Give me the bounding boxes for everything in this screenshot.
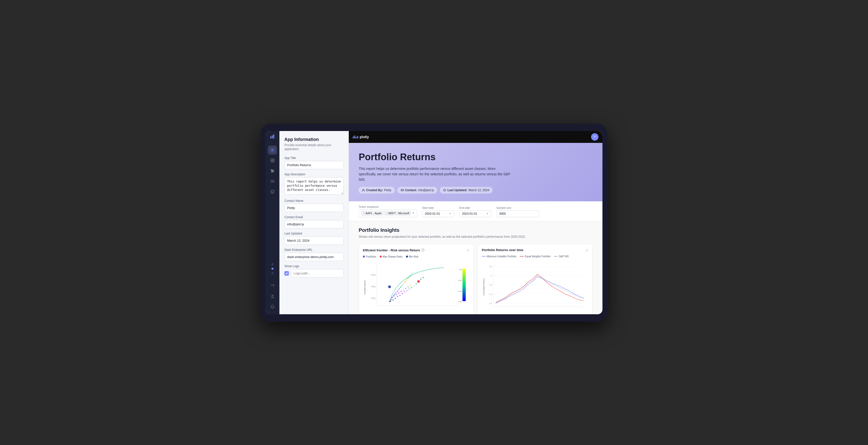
scatter-chart-title: Efficient frontier - Risk versus Return … — [363, 248, 424, 252]
logo-path-input[interactable] — [291, 269, 344, 277]
legend-max-sharpe: Max Sharpe Ratio — [380, 255, 403, 258]
plotly-logo: plotly — [353, 135, 369, 139]
svg-text:1.4: 1.4 — [489, 302, 492, 305]
chart-card-line: Portfolio Returns over time ⤢ Minimum Vo… — [477, 244, 593, 314]
nav-item-settings[interactable] — [268, 146, 277, 155]
svg-point-66 — [407, 278, 408, 279]
scatter-chart-header: Efficient frontier - Risk versus Return … — [363, 248, 469, 252]
last-updated-badge: Last Updated: March 12, 2024 — [440, 187, 492, 193]
tag-x-aapl[interactable]: × — [363, 212, 365, 215]
app-title-input[interactable] — [284, 161, 344, 169]
svg-point-56 — [395, 292, 397, 293]
svg-point-62 — [402, 284, 404, 285]
app-window: App Information Provide essential detail… — [266, 131, 602, 314]
logo-checkbox[interactable] — [284, 271, 289, 276]
svg-point-11 — [271, 169, 272, 170]
dash-url-input[interactable] — [284, 253, 344, 261]
nav-item-bell[interactable] — [268, 303, 277, 311]
sample-size-input[interactable] — [496, 210, 539, 217]
nav-item-sliders[interactable] — [268, 166, 277, 175]
hero-title: Portfolio Returns — [359, 152, 593, 162]
settings-subtitle: Provide essential details about your app… — [284, 143, 344, 152]
contact-name-input[interactable] — [284, 204, 344, 212]
contact-label: Contact: — [405, 188, 417, 192]
svg-rect-2 — [273, 134, 274, 138]
filter-bar: Ticker dropdown × AAPL - Apple × MSFT - … — [349, 201, 602, 221]
svg-point-70 — [412, 273, 413, 275]
app-title-label: App Title — [284, 156, 344, 160]
svg-point-60 — [400, 287, 401, 288]
scatter-legend: Portfolios Max Sharpe Ratio Min Risk — [363, 255, 469, 258]
svg-point-45 — [405, 288, 406, 289]
nav-dot-2 — [272, 268, 274, 270]
contact-email-input[interactable] — [284, 220, 344, 228]
svg-rect-1 — [272, 135, 273, 138]
svg-rect-7 — [273, 161, 274, 162]
sample-size-filter-group: Sample size — [496, 206, 539, 217]
hero-meta: Created By: Plotly Contact: info@plot.ly — [359, 187, 593, 193]
contact-name-field: Contact Name — [284, 199, 344, 212]
svg-point-63 — [404, 282, 405, 283]
start-date-label: Start date — [422, 206, 454, 209]
sample-size-label: Sample size — [496, 206, 539, 209]
nav-item-palette[interactable] — [268, 187, 277, 196]
legend-dot-min-risk — [406, 256, 408, 258]
svg-point-64 — [405, 281, 406, 282]
svg-point-55 — [394, 293, 396, 295]
svg-point-57 — [397, 291, 398, 292]
line-chart-header: Portfolio Returns over time ⤢ — [482, 248, 588, 252]
last-updated-meta-label: Last Updated: — [447, 188, 467, 192]
scatter-svg: 800μ 600μ 400μ Portfolio Return — [363, 260, 469, 314]
ticker-tag-msft: × MSFT - Microsoft — [384, 211, 411, 216]
svg-point-72 — [416, 283, 417, 284]
svg-point-75 — [423, 277, 424, 278]
legend-label-equal-weights: Equal Weights Portfolio — [525, 255, 551, 258]
svg-point-77 — [388, 285, 391, 288]
last-updated-label: Last Updated — [284, 232, 344, 235]
ticker-tag-aapl: × AAPL - Apple — [362, 211, 383, 216]
ticker-dropdown[interactable]: × AAPL - Apple × MSFT - Microsoft ▼ — [359, 209, 417, 217]
nav-item-refresh[interactable] — [268, 282, 277, 290]
svg-rect-4 — [271, 159, 272, 160]
scatter-expand-icon[interactable]: ⤢ — [466, 248, 469, 252]
nav-item-grid[interactable] — [268, 156, 277, 165]
legend-min-risk: Min Risk — [406, 255, 418, 258]
dash-url-label: Dash Enterprise URL — [284, 248, 344, 252]
line-expand-icon[interactable]: ⤢ — [585, 248, 588, 252]
svg-text:2: 2 — [491, 275, 492, 277]
svg-point-42 — [406, 290, 407, 291]
svg-point-19 — [273, 191, 274, 191]
end-date-dropdown[interactable]: 2023-01-01 ▼ — [459, 210, 492, 217]
legend-sp500: S&P 500 — [554, 255, 568, 258]
last-updated-field: Last Updated — [284, 232, 344, 245]
created-by-label: Created By: — [366, 188, 383, 192]
app-title-field: App Title — [284, 156, 344, 169]
svg-point-52 — [391, 299, 392, 300]
plotly-logo-icon — [353, 135, 358, 138]
svg-point-3 — [272, 149, 273, 151]
legend-dot-portfolios — [363, 256, 365, 258]
legend-dot-max-sharpe — [380, 256, 382, 258]
portfolio-section-desc: Shows risk versus return projections for… — [359, 234, 593, 239]
end-date-value: 2023-01-01 — [462, 212, 477, 216]
legend-min-vol: Minimum Volatility Portfolio — [482, 255, 516, 258]
app-desc-textarea[interactable]: This report helps us determine portfolio… — [284, 177, 344, 195]
svg-point-32 — [395, 298, 396, 299]
settings-panel: App Information Provide essential detail… — [279, 131, 349, 314]
nav-item-list[interactable] — [268, 177, 277, 186]
start-date-dropdown[interactable]: 2020-01-01 ▼ — [422, 210, 454, 217]
svg-point-34 — [397, 296, 398, 297]
hero-description: This report helps us determine portfolio… — [359, 166, 512, 183]
nav-item-share[interactable] — [268, 292, 277, 301]
svg-point-49 — [410, 285, 411, 286]
ticker-filter-group: Ticker dropdown × AAPL - Apple × MSFT - … — [359, 205, 417, 217]
last-updated-input[interactable] — [284, 236, 344, 245]
legend-equal-weights: Equal Weights Portfolio — [520, 255, 551, 258]
svg-point-18 — [272, 191, 272, 191]
scatter-info-icon[interactable]: ⓘ — [422, 248, 424, 252]
legend-line-sp500 — [554, 256, 558, 257]
logo-row — [284, 269, 344, 277]
user-avatar[interactable]: P — [591, 133, 598, 141]
app-desc-label: App Description — [284, 172, 344, 176]
tag-x-msft[interactable]: × — [386, 212, 388, 215]
